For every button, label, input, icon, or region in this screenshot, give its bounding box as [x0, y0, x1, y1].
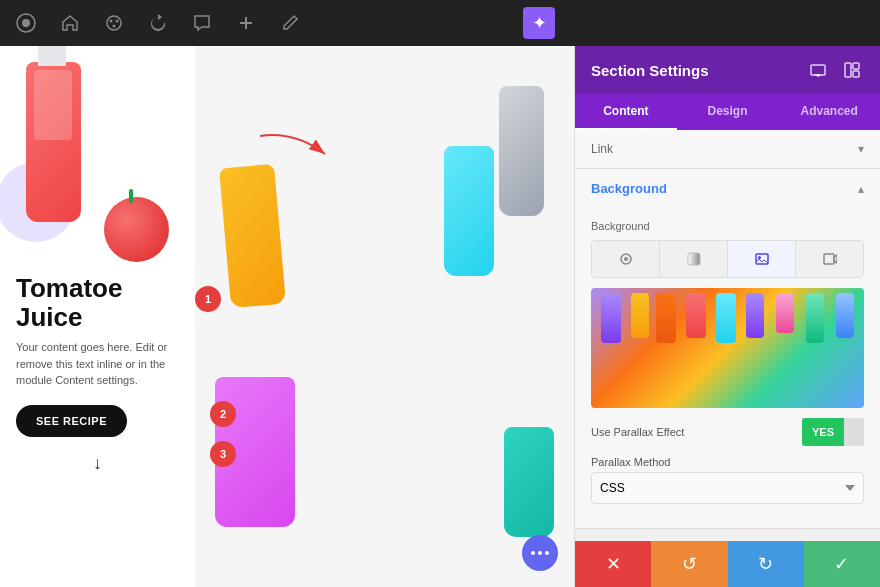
parallax-toggle-row: Use Parallax Effect YES — [591, 418, 864, 446]
parallax-toggle[interactable]: YES — [802, 418, 864, 446]
svg-rect-7 — [811, 65, 825, 75]
badge-2: 2 — [210, 401, 236, 427]
svg-point-1 — [22, 19, 30, 27]
see-recipe-button[interactable]: SEE RECIPE — [16, 405, 127, 437]
cyan-bottle — [444, 146, 494, 276]
three-dots-menu[interactable] — [522, 535, 558, 571]
teal-bottle — [504, 427, 554, 537]
parallax-method-label: Parallax Method — [591, 456, 864, 468]
preview-bottle-6 — [746, 293, 764, 338]
background-chevron-icon: ▴ — [858, 182, 864, 196]
juice-title: Tomatoe Juice — [16, 274, 179, 331]
tomato-image — [104, 197, 169, 262]
svg-point-4 — [116, 20, 119, 23]
background-section: Background ▴ Background — [575, 169, 880, 529]
background-content: Background — [575, 208, 880, 528]
red-arrow-annotation — [255, 126, 335, 166]
svg-rect-18 — [824, 254, 834, 264]
background-preview-image — [591, 288, 864, 408]
svg-rect-15 — [688, 253, 700, 265]
bg-type-video-button[interactable] — [796, 241, 863, 277]
background-type-selector — [591, 240, 864, 278]
preview-bottle-9 — [836, 293, 854, 338]
svg-rect-11 — [853, 63, 859, 69]
juice-bottle — [26, 62, 81, 222]
parallax-method-select[interactable]: CSS True Parallax CSS + Above — [591, 472, 864, 504]
gray-bottle — [499, 86, 544, 216]
settings-panel-title: Section Settings — [591, 62, 709, 79]
preview-bottle-1 — [601, 293, 621, 343]
preview-area: Tomatoe Juice Your content goes here. Ed… — [0, 46, 574, 587]
parallax-yes-option[interactable]: YES — [802, 418, 844, 446]
svg-rect-10 — [845, 63, 851, 77]
yellow-bottle — [219, 164, 286, 308]
settings-content: Link ▾ Background ▴ Background — [575, 130, 880, 541]
badge-3: 3 — [210, 441, 236, 467]
plus-icon[interactable] — [232, 9, 260, 37]
refresh-icon[interactable] — [144, 9, 172, 37]
star-icon[interactable]: ✦ — [523, 7, 555, 39]
parallax-method-row: Parallax Method CSS True Parallax CSS + … — [591, 456, 864, 504]
parallax-no-option[interactable] — [844, 418, 864, 446]
parallax-label: Use Parallax Effect — [591, 426, 684, 438]
juice-description: Your content goes here. Edit or remove t… — [16, 339, 179, 389]
preview-bottle-4 — [686, 293, 706, 338]
comment-icon[interactable] — [188, 9, 216, 37]
tab-design[interactable]: Design — [677, 94, 779, 130]
settings-layout-icon[interactable] — [840, 58, 864, 82]
svg-point-14 — [624, 257, 628, 261]
juice-card-image — [16, 62, 179, 262]
svg-point-3 — [110, 20, 113, 23]
settings-header-icons — [806, 58, 864, 82]
settings-header: Section Settings — [575, 46, 880, 94]
preview-bottle-3 — [656, 293, 676, 343]
save-button[interactable]: ✓ — [804, 541, 880, 587]
cancel-button[interactable]: ✕ — [575, 541, 651, 587]
badge-1: 1 — [195, 286, 221, 312]
pen-icon[interactable] — [276, 9, 304, 37]
bg-type-gradient-button[interactable] — [660, 241, 728, 277]
bottom-action-bar: ✕ ↺ ↻ ✓ — [575, 541, 880, 587]
link-chevron-icon: ▾ — [858, 142, 864, 156]
link-section-title: Link — [591, 142, 613, 156]
bg-type-color-button[interactable] — [592, 241, 660, 277]
dot-1 — [531, 551, 535, 555]
undo-button[interactable]: ↺ — [651, 541, 727, 587]
main-area: Tomatoe Juice Your content goes here. Ed… — [0, 46, 880, 587]
home-icon[interactable] — [56, 9, 84, 37]
bg-type-image-button[interactable] — [728, 241, 796, 277]
preview-bottle-8 — [806, 293, 824, 343]
svg-rect-12 — [853, 71, 859, 77]
dots-container — [531, 551, 549, 555]
settings-panel: Section Settings — [574, 46, 880, 587]
preview-bottle-2 — [631, 293, 649, 338]
background-section-header[interactable]: Background ▴ — [575, 169, 880, 208]
svg-point-17 — [758, 256, 761, 259]
tab-content[interactable]: Content — [575, 94, 677, 130]
settings-tabs: Content Design Advanced — [575, 94, 880, 130]
settings-responsive-icon[interactable] — [806, 58, 830, 82]
preview-bottle-5 — [716, 293, 736, 343]
palette-icon[interactable] — [100, 9, 128, 37]
svg-point-5 — [113, 25, 116, 28]
background-section-title: Background — [591, 181, 667, 196]
svg-point-2 — [107, 16, 121, 30]
dot-2 — [538, 551, 542, 555]
down-arrow-icon: ↓ — [16, 453, 179, 474]
link-section-header[interactable]: Link ▾ — [575, 130, 880, 168]
preview-bottle-7 — [776, 293, 794, 333]
admin-label-section: Admin Label ▾ — [575, 529, 880, 541]
wordpress-icon[interactable] — [12, 9, 40, 37]
bottles-background: 1 2 3 — [195, 46, 574, 587]
redo-button[interactable]: ↻ — [728, 541, 804, 587]
dot-3 — [545, 551, 549, 555]
juice-card: Tomatoe Juice Your content goes here. Ed… — [0, 46, 195, 587]
background-type-label: Background — [591, 220, 864, 232]
toolbar: ✦ — [0, 0, 880, 46]
tab-advanced[interactable]: Advanced — [778, 94, 880, 130]
link-section: Link ▾ — [575, 130, 880, 169]
